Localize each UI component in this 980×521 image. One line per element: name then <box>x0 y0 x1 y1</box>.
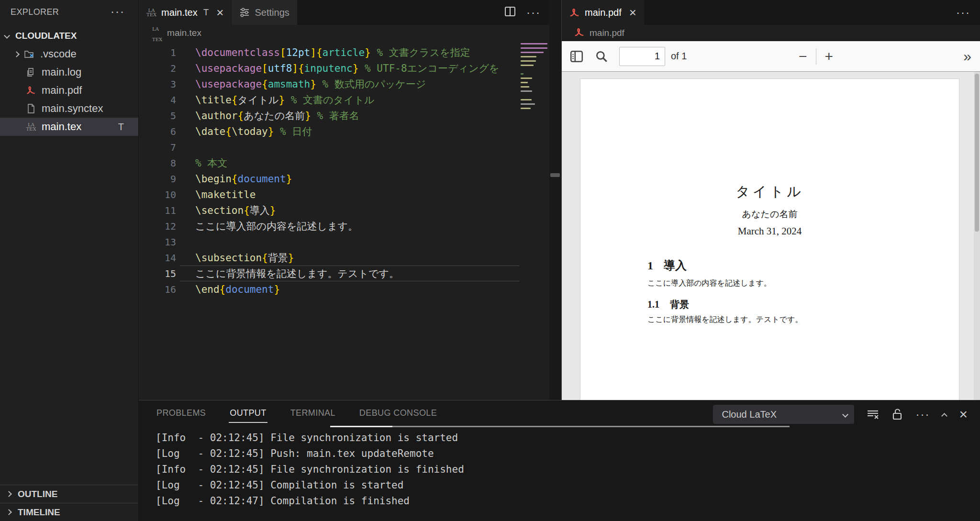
code-text: \date{\today} % 日付 <box>176 125 312 138</box>
sash-drag-handle[interactable] <box>550 173 560 177</box>
clear-output-icon[interactable] <box>867 409 879 420</box>
log-line: [Log - 02:12:45] Push: main.tex updateRe… <box>156 446 464 462</box>
tab-main-pdf[interactable]: main.pdf × <box>562 0 645 25</box>
file-tree-item-main-synctex[interactable]: main.synctex <box>0 100 138 118</box>
pdf-viewer[interactable]: タイトル あなたの名前 March 31, 2024 1導入 ここに導入部の内容… <box>562 72 980 400</box>
line-number: 7 <box>139 142 176 153</box>
pdf-sidebar-toggle-icon[interactable] <box>569 49 584 64</box>
panel-tab-problems[interactable]: PROBLEMS <box>156 401 207 425</box>
panel-tab-output[interactable]: OUTPUT <box>229 401 267 425</box>
code-text: \maketitle <box>176 189 256 200</box>
explorer-title: EXPLORER <box>11 7 59 17</box>
pdf-preview-panel: main.pdf × ··· main.pdf of 1 − + <box>562 0 980 400</box>
breadcrumb-filename: main.pdf <box>590 28 624 38</box>
code-text: \title{タイトル} % 文書のタイトル <box>176 93 375 107</box>
code-line[interactable]: 16\end{document} <box>139 281 522 297</box>
zoom-out-button[interactable]: − <box>799 48 807 65</box>
pdf-toolbar: of 1 − + » <box>562 41 980 72</box>
code-line[interactable]: 1\documentclass[12pt]{article} % 文書クラスを指… <box>139 44 522 60</box>
code-line[interactable]: 11\section{導入} <box>139 202 522 218</box>
code-line[interactable]: 13 <box>139 234 522 250</box>
pdf-scrollbar-thumb[interactable] <box>975 74 979 232</box>
code-line[interactable]: 7 <box>139 139 522 155</box>
split-editor-icon[interactable] <box>504 6 516 19</box>
code-line[interactable]: 3\usepackage{amsmath} % 数式用のパッケージ <box>139 76 522 92</box>
zoom-in-button[interactable]: + <box>825 48 834 65</box>
line-number: 11 <box>139 205 176 216</box>
file-tree-item-vscode[interactable]: .vscode <box>0 45 138 63</box>
code-line[interactable]: 9\begin{document} <box>139 171 522 187</box>
explorer-more-icon[interactable]: ··· <box>111 5 125 18</box>
close-icon[interactable]: × <box>629 8 636 17</box>
minimap-line <box>521 108 531 109</box>
code-line[interactable]: 14\subsection{背景} <box>139 250 522 266</box>
code-editor[interactable]: 1\documentclass[12pt]{article} % 文書クラスを指… <box>139 41 522 400</box>
code-line-current[interactable]: 15ここに背景情報を記述します。テストです。 <box>139 266 522 281</box>
sidebar-bottom-sections: OUTLINE TIMELINE <box>0 485 138 521</box>
file-tree-item-main-log[interactable]: main.log <box>0 63 138 81</box>
code-line[interactable]: 8% 本文 <box>139 155 522 171</box>
generic-file-icon <box>24 103 38 114</box>
code-line[interactable]: 12ここに導入部の内容を記述します。 <box>139 218 522 234</box>
close-icon[interactable]: × <box>216 8 223 17</box>
pdf-file-icon <box>24 85 38 96</box>
doc-section-heading: 1導入 <box>647 258 687 273</box>
line-number: 14 <box>139 252 176 264</box>
output-channel-select[interactable]: Cloud LaTeX <box>713 405 854 424</box>
explorer-sidebar: EXPLORER ··· CLOUDLATEX .vscodemain.logm… <box>0 0 139 521</box>
editor-pdf-sash[interactable] <box>549 0 562 400</box>
code-text: \end{document} <box>176 284 280 295</box>
folder-section-cloudlatex[interactable]: CLOUDLATEX <box>0 27 138 45</box>
minimap[interactable] <box>521 43 548 120</box>
pdf-breadcrumb[interactable]: main.pdf <box>562 25 980 41</box>
code-text: \usepackage{amsmath} % 数式用のパッケージ <box>176 78 426 91</box>
panel-more-icon[interactable]: ··· <box>915 408 930 421</box>
doc-title: タイトル <box>580 182 959 201</box>
tab-main-tex[interactable]: LATEXmain.texT× <box>139 0 232 25</box>
code-line[interactable]: 5\author{あなたの名前} % 著者名 <box>139 108 522 123</box>
line-number: 9 <box>139 173 176 185</box>
maximize-panel-icon[interactable] <box>942 411 947 418</box>
editor-more-icon[interactable]: ··· <box>526 6 541 19</box>
doc-paragraph: ここに導入部の内容を記述します。 <box>647 278 771 288</box>
tab-settings[interactable]: Settings <box>232 0 297 25</box>
tex-file-icon: LATEX <box>24 122 38 131</box>
chevron-down-icon <box>843 411 849 418</box>
panel-scrollbar[interactable] <box>330 426 790 427</box>
code-line[interactable]: 4\title{タイトル} % 文書のタイトル <box>139 92 522 108</box>
editor-breadcrumb[interactable]: LATEX main.tex <box>139 25 549 41</box>
close-panel-icon[interactable]: × <box>959 406 968 422</box>
line-number: 15 <box>139 268 176 279</box>
line-number: 3 <box>139 78 176 90</box>
timeline-section-header[interactable]: TIMELINE <box>0 503 138 521</box>
output-log[interactable]: [Info - 02:12:45] File synchronization i… <box>156 430 464 509</box>
pdf-more-icon[interactable]: ··· <box>956 6 970 19</box>
tab-label: main.pdf <box>585 7 622 18</box>
code-line[interactable]: 10\maketitle <box>139 187 522 202</box>
page-number-input[interactable] <box>619 47 665 66</box>
file-tree-item-main-pdf[interactable]: main.pdf <box>0 81 138 100</box>
line-number: 12 <box>139 221 176 232</box>
pdf-file-icon <box>574 27 585 40</box>
code-text: ここに背景情報を記述します。テストです。 <box>176 267 399 280</box>
editor-actions: ··· <box>504 0 541 25</box>
file-tree-item-main-tex[interactable]: LATEXmain.texT <box>0 118 138 136</box>
toolbar-expand-icon[interactable]: » <box>963 41 971 72</box>
explorer-header: EXPLORER ··· <box>0 0 138 24</box>
doc-paragraph: ここに背景情報を記述します。テストです。 <box>647 315 803 325</box>
minimap-line <box>521 52 544 53</box>
search-icon[interactable] <box>594 49 609 64</box>
code-text: % 本文 <box>176 156 227 170</box>
outline-section-header[interactable]: OUTLINE <box>0 485 138 503</box>
unlock-icon[interactable] <box>891 408 903 421</box>
minimap-line <box>521 99 532 100</box>
file-name: .vscode <box>40 48 77 60</box>
file-name: main.log <box>42 66 81 78</box>
code-line[interactable]: 2\usepackage[utf8]{inputenc} % UTF-8エンコー… <box>139 60 522 76</box>
code-line[interactable]: 6\date{\today} % 日付 <box>139 123 522 139</box>
minimap-line <box>521 90 532 92</box>
panel-tab-debug-console[interactable]: DEBUG CONSOLE <box>358 401 438 425</box>
doc-author: あなたの名前 <box>580 208 959 221</box>
pdf-scrollbar[interactable] <box>974 72 980 400</box>
panel-tab-terminal[interactable]: TERMINAL <box>290 401 336 425</box>
